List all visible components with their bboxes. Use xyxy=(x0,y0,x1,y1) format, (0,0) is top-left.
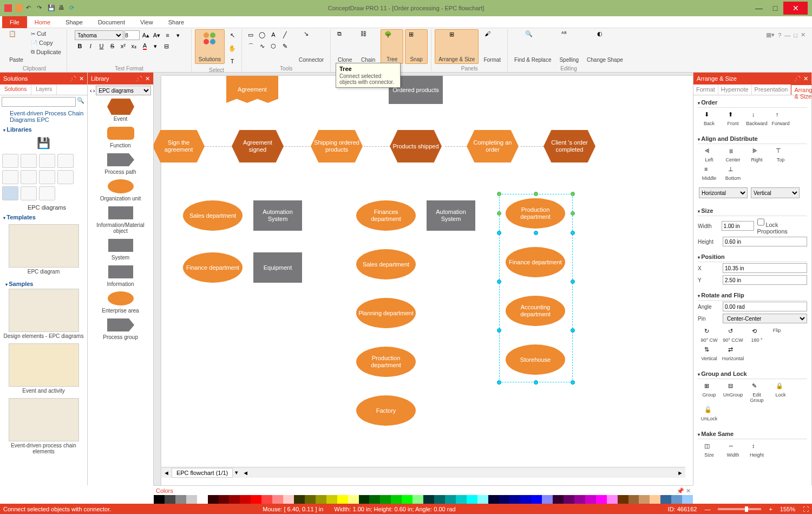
ribbon-close-icon[interactable]: ✕ xyxy=(801,31,806,38)
tree-root[interactable]: Event-driven Process Chain Diagrams EPC xyxy=(0,108,87,125)
connector-button[interactable]: ↘ Connector xyxy=(296,29,327,64)
x-input[interactable] xyxy=(723,263,807,273)
lock-button[interactable]: 🔒Lock xyxy=(770,382,791,403)
color-swatch[interactable] xyxy=(391,495,402,504)
color-swatch[interactable] xyxy=(251,495,261,504)
color-swatch[interactable] xyxy=(380,495,391,504)
node-financedept[interactable]: Finance department xyxy=(183,252,243,283)
color-swatch[interactable] xyxy=(348,495,359,504)
lib-thumb[interactable] xyxy=(2,154,18,168)
ungroup-button[interactable]: ⊟UnGroup xyxy=(723,382,743,403)
color-swatch[interactable] xyxy=(175,495,186,504)
node-automation2[interactable]: Automation System xyxy=(427,200,475,231)
color-swatch[interactable] xyxy=(650,495,660,504)
highlight-button[interactable]: ▾ xyxy=(150,41,160,51)
align-menu-button[interactable]: ▾ xyxy=(173,30,183,40)
lib-thumb[interactable] xyxy=(2,170,18,184)
group-header[interactable]: Group and Lock xyxy=(698,369,807,379)
node-clientorder[interactable]: Client 's order completed xyxy=(543,130,595,162)
lib-fwd-icon[interactable]: › xyxy=(93,87,95,94)
node-financesdept[interactable]: Finances department xyxy=(356,200,416,231)
color-swatch[interactable] xyxy=(628,495,639,504)
lockprop-checkbox[interactable] xyxy=(757,217,764,227)
color-swatch[interactable] xyxy=(197,495,208,504)
lib-thumb[interactable] xyxy=(39,186,55,200)
angle-input[interactable] xyxy=(723,302,807,311)
selection-handle[interactable] xyxy=(571,231,575,235)
y-input[interactable] xyxy=(723,275,807,285)
scroll-left-icon[interactable]: ◄ xyxy=(243,470,248,476)
bold-button[interactable]: B xyxy=(75,41,84,51)
node-salesdept[interactable]: Sales department xyxy=(183,200,243,231)
copy-button[interactable]: 📄 Copy xyxy=(29,38,63,47)
node-accountingdept[interactable]: Accounting department xyxy=(506,296,565,326)
color-swatch[interactable] xyxy=(660,495,671,504)
shape-information[interactable]: Information xyxy=(90,264,151,287)
selection-handle[interactable] xyxy=(571,328,575,333)
poly-tool-icon[interactable]: ⬡ xyxy=(268,41,279,51)
color-swatch[interactable] xyxy=(564,495,574,504)
rotate-ccw-button[interactable]: ↺90° CCW xyxy=(723,328,743,343)
distribute-h-select[interactable]: Horizontal xyxy=(699,187,748,198)
findreplace-button[interactable]: 🔍Find & Replace xyxy=(511,29,554,64)
distribute-v-select[interactable]: Vertical xyxy=(751,187,800,198)
pin-icon[interactable]: 📌 xyxy=(794,75,801,82)
ellipse-tool-icon[interactable]: ◯ xyxy=(257,29,267,40)
color-swatch[interactable] xyxy=(531,495,542,504)
node-signagreement[interactable]: Sign the agreement xyxy=(154,130,205,162)
panel-close-icon[interactable]: ✕ xyxy=(79,75,84,82)
shape-event[interactable]: Event xyxy=(90,99,151,122)
color-swatch[interactable] xyxy=(229,495,240,504)
spelling-button[interactable]: ᴬᴮSpelling xyxy=(556,29,582,64)
close-button[interactable]: ✕ xyxy=(783,2,808,15)
color-swatch[interactable] xyxy=(316,495,326,504)
format-button[interactable]: 🖌Format xyxy=(480,29,504,64)
help-icon[interactable]: ? xyxy=(778,32,781,38)
templates-header[interactable]: Templates xyxy=(0,212,87,222)
align-left-button[interactable]: ⫷Left xyxy=(699,147,719,162)
selection-handle[interactable] xyxy=(571,211,575,216)
color-swatch[interactable] xyxy=(369,495,380,504)
color-swatch[interactable] xyxy=(509,495,520,504)
color-swatch[interactable] xyxy=(682,495,693,504)
node-productiondept[interactable]: Production department xyxy=(356,347,416,377)
tree-button[interactable]: 🌳Tree xyxy=(381,29,403,64)
same-width-button[interactable]: ↔Width xyxy=(723,443,743,458)
libraries-header[interactable]: Libraries xyxy=(0,125,87,134)
color-swatch[interactable] xyxy=(240,495,251,504)
color-swatch[interactable] xyxy=(305,495,316,504)
shape-processgroup[interactable]: Process group xyxy=(90,317,151,340)
lib-thumb[interactable] xyxy=(57,154,74,168)
shape-processpath[interactable]: Process path xyxy=(90,152,151,175)
selection-handle[interactable] xyxy=(497,231,501,235)
shape-tab[interactable]: Shape xyxy=(58,16,90,28)
document-tab[interactable]: Document xyxy=(90,16,133,28)
selection-handle[interactable] xyxy=(497,380,501,385)
lib-thumb[interactable] xyxy=(2,186,18,200)
search-input[interactable] xyxy=(2,97,76,107)
presentation-tab[interactable]: Presentation xyxy=(752,84,791,95)
order-forward-button[interactable]: ↑Forward xyxy=(770,111,791,126)
makesame-header[interactable]: Make Same xyxy=(698,429,807,439)
selection-handle[interactable] xyxy=(497,211,501,216)
sample-item[interactable]: Event and activity xyxy=(2,343,85,394)
pin-select[interactable]: Center-Center xyxy=(723,314,807,323)
color-swatch[interactable] xyxy=(585,495,596,504)
lib-thumb[interactable] xyxy=(39,170,55,184)
sub-button[interactable]: x₂ xyxy=(129,41,139,51)
color-swatch[interactable] xyxy=(456,495,467,504)
qat-save-icon[interactable]: 💾 xyxy=(48,4,55,12)
duplicate-button[interactable]: ⧉ Duplicate xyxy=(29,48,63,56)
node-storehouse[interactable]: Storehouse xyxy=(506,344,565,375)
position-header[interactable]: Position xyxy=(698,252,807,262)
lib-thumb[interactable] xyxy=(39,154,55,168)
align-left-button[interactable]: ≡ xyxy=(162,30,172,40)
valign-button[interactable]: ⊟ xyxy=(161,41,171,51)
spline-tool-icon[interactable]: ∿ xyxy=(257,41,267,51)
arc-tool-icon[interactable]: ⌒ xyxy=(245,41,256,51)
same-height-button[interactable]: ↕Height xyxy=(746,443,767,458)
color-swatch[interactable] xyxy=(272,495,283,504)
align-right-button[interactable]: ⫸Right xyxy=(746,147,767,162)
page-next-icon[interactable]: ▾ xyxy=(235,469,238,476)
color-swatch[interactable] xyxy=(434,495,445,504)
